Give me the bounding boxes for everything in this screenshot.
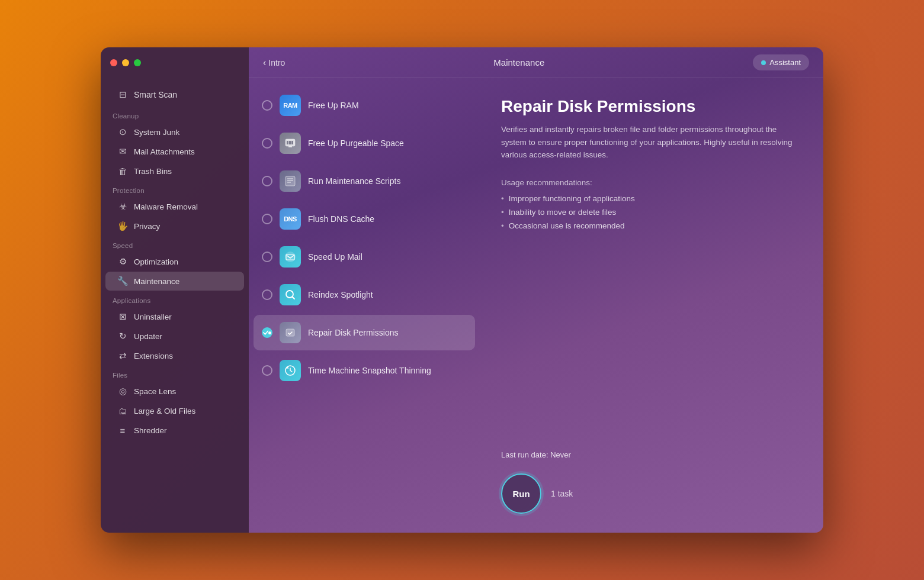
assistant-label: Assistant xyxy=(769,58,801,67)
sidebar-item-maintenance[interactable]: 🔧 Maintenance xyxy=(105,272,244,291)
usage-item-2: Inability to move or delete files xyxy=(501,208,802,217)
svg-line-12 xyxy=(293,297,295,299)
sidebar-item-malware-removal[interactable]: ☣ Malware Removal xyxy=(105,197,244,216)
svg-rect-13 xyxy=(286,329,294,336)
radio-flush-dns-cache[interactable] xyxy=(262,214,272,224)
maintenance-icon: 🔧 xyxy=(117,276,128,286)
svg-rect-4 xyxy=(288,146,292,147)
sidebar-item-space-lens[interactable]: ◎ Space Lens xyxy=(105,382,244,401)
icon-free-up-ram: RAM xyxy=(280,95,301,116)
icon-time-machine-snapshot xyxy=(280,360,301,381)
mail-attachments-icon: ✉ xyxy=(117,146,128,157)
list-item-free-up-ram[interactable]: RAM Free Up RAM xyxy=(254,88,475,123)
icon-reindex-spotlight xyxy=(280,284,301,305)
titlebar xyxy=(101,47,249,78)
list-item-run-maintenance-scripts[interactable]: Run Maintenance Scripts xyxy=(254,163,475,199)
shredder-icon: ≡ xyxy=(117,425,128,436)
label-run-maintenance-scripts: Run Maintenance Scripts xyxy=(308,176,400,186)
sidebar-maintenance-label: Maintenance xyxy=(134,277,179,286)
sidebar-item-trash-bins[interactable]: 🗑 Trash Bins xyxy=(105,162,244,181)
svg-point-9 xyxy=(285,252,296,262)
sidebar-uninstaller-label: Uninstaller xyxy=(134,312,172,321)
task-count: 1 task xyxy=(551,489,573,498)
sidebar-system-junk-label: System Junk xyxy=(134,128,179,137)
radio-run-maintenance-scripts[interactable] xyxy=(262,176,272,186)
sidebar-item-optimization[interactable]: ⚙ Optimization xyxy=(105,252,244,271)
list-item-repair-disk-permissions[interactable]: Repair Disk Permissions xyxy=(254,315,475,350)
sidebar-item-extensions[interactable]: ⇄ Extensions xyxy=(105,346,244,365)
extensions-icon: ⇄ xyxy=(117,350,128,361)
usage-section: Usage recommendations: Improper function… xyxy=(501,178,802,230)
icon-free-up-purgeable xyxy=(280,133,301,154)
sidebar-item-system-junk[interactable]: ⊙ System Junk xyxy=(105,123,244,141)
minimize-button[interactable] xyxy=(122,59,129,66)
svg-rect-5 xyxy=(285,176,295,186)
sidebar-item-large-old-files[interactable]: 🗂 Large & Old Files xyxy=(105,401,244,420)
list-item-reindex-spotlight[interactable]: Reindex Spotlight xyxy=(254,277,475,312)
section-label-files: Files xyxy=(101,366,249,381)
optimization-icon: ⚙ xyxy=(117,256,128,267)
privacy-icon: 🖐 xyxy=(117,221,128,231)
sidebar-updater-label: Updater xyxy=(134,332,162,341)
sidebar-malware-removal-label: Malware Removal xyxy=(134,202,198,211)
list-item-flush-dns-cache[interactable]: DNS Flush DNS Cache xyxy=(254,201,475,237)
svg-rect-2 xyxy=(289,141,291,144)
radio-time-machine-snapshot[interactable] xyxy=(262,365,272,376)
icon-flush-dns-cache: DNS xyxy=(280,208,301,230)
radio-free-up-purgeable[interactable] xyxy=(262,138,272,149)
sidebar-mail-attachments-label: Mail Attachments xyxy=(134,147,195,156)
maximize-button[interactable] xyxy=(134,59,141,66)
svg-rect-1 xyxy=(287,141,288,144)
assistant-button[interactable]: Assistant xyxy=(753,54,809,70)
sidebar-item-shredder[interactable]: ≡ Shredder xyxy=(105,421,244,440)
detail-description: Verifies and instantly repairs broken fi… xyxy=(501,123,802,162)
section-label-applications: Applications xyxy=(101,291,249,307)
back-chevron-icon: ‹ xyxy=(263,57,266,68)
system-junk-icon: ⊙ xyxy=(117,127,128,137)
section-label-speed: Speed xyxy=(101,236,249,252)
list-item-speed-up-mail[interactable]: Speed Up Mail xyxy=(254,239,475,275)
sidebar-item-mail-attachments[interactable]: ✉ Mail Attachments xyxy=(105,142,244,161)
section-label-cleanup: Cleanup xyxy=(101,107,249,122)
label-speed-up-mail: Speed Up Mail xyxy=(308,252,362,262)
back-button[interactable]: ‹ Intro xyxy=(263,57,285,68)
back-label: Intro xyxy=(268,58,285,67)
list-panel: RAM Free Up RAM xyxy=(249,78,480,533)
sidebar-optimization-label: Optimization xyxy=(134,257,178,266)
content-area: RAM Free Up RAM xyxy=(249,78,823,533)
header-title: Maintenance xyxy=(493,57,544,67)
run-area: Run 1 task xyxy=(501,473,802,514)
label-repair-disk-permissions: Repair Disk Permissions xyxy=(308,328,398,337)
run-button[interactable]: Run xyxy=(501,473,541,514)
usage-list: Improper functioning of applications Ina… xyxy=(501,194,802,230)
sidebar: ⊟ Smart Scan Cleanup ⊙ System Junk ✉ Mai… xyxy=(101,47,249,533)
radio-reindex-spotlight[interactable] xyxy=(262,289,272,300)
close-button[interactable] xyxy=(110,59,117,66)
detail-panel: Repair Disk Permissions Verifies and ins… xyxy=(480,78,823,533)
radio-speed-up-mail[interactable] xyxy=(262,252,272,262)
usage-item-1: Improper functioning of applications xyxy=(501,194,802,203)
list-item-free-up-purgeable[interactable]: Free Up Purgeable Space xyxy=(254,125,475,161)
sidebar-large-old-files-label: Large & Old Files xyxy=(134,407,195,415)
sidebar-item-updater[interactable]: ↻ Updater xyxy=(105,327,244,346)
smart-scan-icon: ⊟ xyxy=(117,89,128,100)
icon-run-maintenance-scripts xyxy=(280,170,301,192)
sidebar-content: ⊟ Smart Scan Cleanup ⊙ System Junk ✉ Mai… xyxy=(101,78,249,533)
trash-bins-icon: 🗑 xyxy=(117,166,128,176)
sidebar-item-privacy[interactable]: 🖐 Privacy xyxy=(105,217,244,236)
sidebar-shredder-label: Shredder xyxy=(134,426,167,435)
main-content: ‹ Intro Maintenance Assistant RAM Free U… xyxy=(249,47,823,533)
list-item-time-machine-snapshot[interactable]: Time Machine Snapshot Thinning xyxy=(254,353,475,388)
updater-icon: ↻ xyxy=(117,331,128,341)
malware-removal-icon: ☣ xyxy=(117,201,128,212)
label-flush-dns-cache: Flush DNS Cache xyxy=(308,214,374,224)
sidebar-item-smart-scan[interactable]: ⊟ Smart Scan xyxy=(105,83,244,106)
label-reindex-spotlight: Reindex Spotlight xyxy=(308,290,373,299)
app-window: ⊟ Smart Scan Cleanup ⊙ System Junk ✉ Mai… xyxy=(101,47,823,533)
sidebar-smart-scan-label: Smart Scan xyxy=(134,90,177,99)
label-time-machine-snapshot: Time Machine Snapshot Thinning xyxy=(308,366,431,375)
label-free-up-ram: Free Up RAM xyxy=(308,101,359,110)
sidebar-item-uninstaller[interactable]: ⊠ Uninstaller xyxy=(105,307,244,326)
radio-free-up-ram[interactable] xyxy=(262,100,272,111)
radio-repair-disk-permissions[interactable] xyxy=(262,327,272,338)
